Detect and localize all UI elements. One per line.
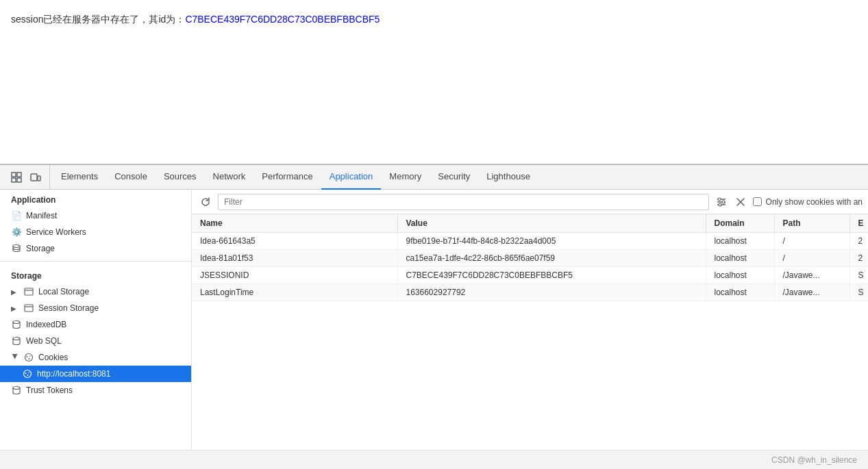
sidebar-indexed-db-label: IndexedDB	[26, 320, 66, 329]
sidebar: Application 📄 Manifest ⚙️ Service Worker…	[0, 190, 192, 450]
filter-actions	[713, 194, 749, 210]
col-header-domain[interactable]: Domain	[706, 214, 774, 233]
sidebar-item-session-storage[interactable]: ▶ Session Storage	[0, 300, 191, 316]
col-header-name[interactable]: Name	[192, 214, 397, 233]
application-section-title: Application	[0, 190, 191, 207]
filter-clear-button[interactable]	[732, 194, 749, 210]
cell-path: /Javawe...	[774, 284, 850, 301]
tab-network[interactable]: Network	[205, 165, 254, 190]
sidebar-web-sql-label: Web SQL	[26, 336, 62, 346]
sidebar-item-localhost-8081[interactable]: http://localhost:8081	[0, 366, 191, 382]
cookies-icon	[23, 352, 34, 363]
devtools-body: Application 📄 Manifest ⚙️ Service Worker…	[0, 190, 868, 450]
inspect-icon	[11, 172, 22, 183]
device-toggle-btn[interactable]	[27, 169, 44, 186]
localhost-cookie-icon	[22, 368, 33, 379]
cell-expires: 2	[850, 250, 868, 267]
sidebar-storage-label: Storage	[26, 244, 55, 253]
filter-input[interactable]	[218, 194, 709, 210]
sidebar-item-trust-tokens[interactable]: Trust Tokens	[0, 382, 191, 398]
sidebar-item-local-storage[interactable]: ▶ Local Storage	[0, 283, 191, 300]
sidebar-localhost-label: http://localhost:8081	[37, 369, 110, 379]
tab-performance[interactable]: Performance	[253, 165, 321, 190]
tab-elements[interactable]: Elements	[53, 165, 106, 190]
clear-filter-icon	[736, 197, 745, 207]
svg-point-27	[719, 203, 721, 206]
cell-domain: localhost	[706, 284, 774, 301]
cell-name: LastLoginTime	[192, 284, 397, 301]
svg-point-16	[29, 355, 31, 357]
cell-path: /Javawe...	[774, 267, 850, 284]
tab-memory[interactable]: Memory	[381, 165, 430, 190]
cell-value: C7BECE439F7C6DD28C73C0BEBFBBCBF5	[397, 267, 706, 284]
svg-point-25	[718, 198, 721, 201]
sidebar-item-service-workers[interactable]: ⚙️ Service Workers	[0, 224, 191, 240]
cell-expires: 2	[850, 233, 868, 250]
refresh-button[interactable]	[197, 194, 214, 210]
manifest-icon: 📄	[11, 210, 22, 221]
tab-console[interactable]: Console	[106, 165, 156, 190]
cookies-table: Name Value Domain Path E Idea-661643a5 9…	[192, 214, 868, 450]
bottom-bar: CSDN @wh_in_silence	[0, 450, 868, 469]
sidebar-item-web-sql[interactable]: Web SQL	[0, 333, 191, 349]
cell-expires: S	[850, 267, 868, 284]
svg-rect-9	[25, 305, 33, 312]
svg-rect-5	[38, 176, 40, 181]
cookies-data-table: Name Value Domain Path E Idea-661643a5 9…	[192, 214, 868, 301]
tab-sources[interactable]: Sources	[156, 165, 205, 190]
svg-point-12	[13, 338, 20, 340]
devtools-icon-group	[3, 165, 50, 189]
watermark-text: CSDN @wh_in_silence	[771, 455, 857, 465]
sidebar-service-workers-label: Service Workers	[26, 227, 86, 237]
cell-value: 9fbe019e-b71f-44fb-84c8-b2322aa4d005	[397, 233, 706, 250]
svg-point-26	[722, 201, 725, 203]
sidebar-trust-tokens-label: Trust Tokens	[26, 385, 73, 395]
svg-point-11	[13, 321, 20, 324]
svg-rect-0	[12, 173, 16, 177]
sidebar-item-storage-overview[interactable]: Storage	[0, 240, 191, 257]
cell-name: Idea-661643a5	[192, 233, 397, 250]
sidebar-item-cookies[interactable]: ▶ Cookies	[0, 349, 191, 366]
sidebar-local-storage-label: Local Storage	[38, 287, 89, 296]
trust-tokens-icon	[11, 385, 22, 396]
storage-section-title: Storage	[0, 266, 191, 283]
cell-expires: S	[850, 284, 868, 301]
session-storage-icon	[23, 303, 34, 314]
svg-point-15	[29, 358, 30, 359]
sidebar-item-indexed-db[interactable]: IndexedDB	[0, 316, 191, 333]
table-row[interactable]: Idea-81a01f53 ca15ea7a-1dfe-4c22-86cb-86…	[192, 250, 868, 267]
session-label: session已经在服务器中存在了，其id为：	[11, 14, 185, 25]
page-message: session已经在服务器中存在了，其id为：C7BECE439F7C6DD28…	[11, 14, 857, 26]
cell-name: JSESSIONID	[192, 267, 397, 284]
table-row[interactable]: Idea-661643a5 9fbe019e-b71f-44fb-84c8-b2…	[192, 233, 868, 250]
svg-point-6	[13, 245, 20, 248]
cell-value: 1636602927792	[397, 284, 706, 301]
tab-lighthouse[interactable]: Lighthouse	[478, 165, 538, 190]
table-row[interactable]: LastLoginTime 1636602927792 localhost /J…	[192, 284, 868, 301]
filter-bar: Only show cookies with an	[192, 190, 868, 214]
col-header-value[interactable]: Value	[397, 214, 706, 233]
sidebar-cookies-label: Cookies	[38, 353, 68, 362]
col-header-expires[interactable]: E	[850, 214, 868, 233]
svg-point-20	[28, 372, 29, 373]
service-workers-icon: ⚙️	[11, 227, 22, 238]
sidebar-item-manifest[interactable]: 📄 Manifest	[0, 207, 191, 224]
only-show-cookies-checkbox[interactable]	[753, 197, 762, 206]
page-content: session已经在服务器中存在了，其id为：C7BECE439F7C6DD28…	[0, 0, 868, 164]
inspect-icon-btn[interactable]	[8, 169, 25, 186]
tab-security[interactable]: Security	[430, 165, 478, 190]
sidebar-divider-1	[0, 261, 191, 262]
sidebar-session-storage-label: Session Storage	[38, 303, 99, 313]
cell-domain: localhost	[706, 250, 774, 267]
filter-settings-button[interactable]	[713, 194, 730, 210]
indexed-db-icon	[11, 319, 22, 330]
svg-point-19	[27, 375, 29, 376]
cell-domain: localhost	[706, 233, 774, 250]
svg-rect-2	[12, 178, 16, 182]
only-show-cookies-label: Only show cookies with an	[753, 197, 863, 207]
svg-rect-7	[25, 288, 33, 295]
col-header-path[interactable]: Path	[774, 214, 850, 233]
tab-application[interactable]: Application	[321, 165, 382, 190]
table-row[interactable]: JSESSIONID C7BECE439F7C6DD28C73C0BEBFBBC…	[192, 267, 868, 284]
session-storage-arrow: ▶	[11, 305, 19, 312]
